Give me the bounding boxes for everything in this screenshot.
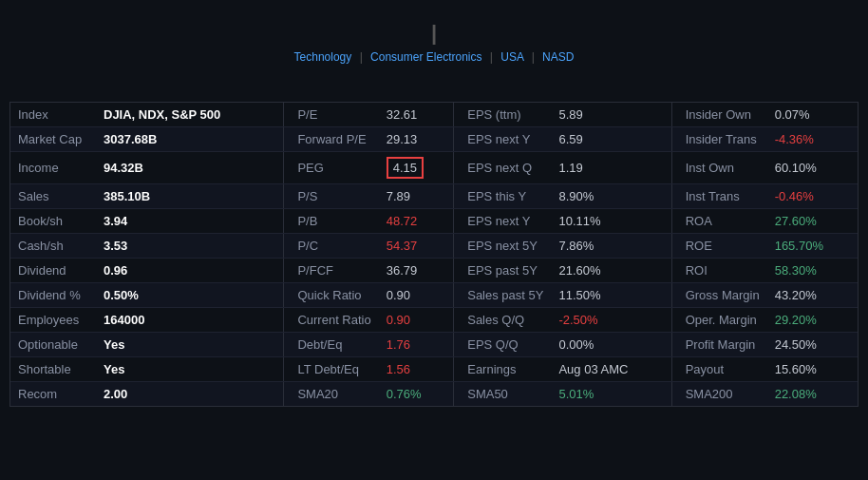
tag-usa[interactable]: USA <box>500 50 523 64</box>
col1-label: Income <box>10 152 96 184</box>
col3-value: 5.01% <box>551 382 671 407</box>
col4-label: ROA <box>671 209 767 234</box>
col3-label: EPS next Q <box>454 152 552 184</box>
col1-value: 0.96 <box>96 259 284 283</box>
col1-value: 0.50% <box>96 283 284 308</box>
col1-value: 2.00 <box>96 382 284 407</box>
table-row: Employees164000Current Ratio0.90Sales Q/… <box>10 308 858 333</box>
col1-value: DJIA, NDX, S&P 500 <box>96 103 284 127</box>
col2-label: Quick Ratio <box>284 283 379 308</box>
col4-label: Gross Margin <box>671 283 767 308</box>
col3-value: 8.90% <box>551 184 671 209</box>
col3-label: SMA50 <box>454 382 552 407</box>
col3-value: 10.11% <box>551 209 671 234</box>
col3-value: Aug 03 AMC <box>551 357 671 382</box>
col4-value: 43.20% <box>767 283 858 308</box>
col2-value: 36.79 <box>379 259 454 283</box>
col3-value: 0.00% <box>551 333 671 357</box>
stock-title: | <box>0 21 868 46</box>
col3-value: 11.50% <box>551 283 671 308</box>
table-row: ShortableYesLT Debt/Eq1.56EarningsAug 03… <box>10 357 858 382</box>
col1-value: 3.53 <box>96 234 284 259</box>
col4-value: -0.46% <box>767 184 858 209</box>
col3-value: 1.19 <box>551 152 671 184</box>
tag-technology[interactable]: Technology <box>294 50 352 64</box>
col3-label: Sales past 5Y <box>454 283 552 308</box>
col1-label: Optionable <box>10 333 96 357</box>
table-row: OptionableYesDebt/Eq1.76EPS Q/Q0.00%Prof… <box>10 333 858 357</box>
col1-label: Index <box>10 103 96 127</box>
col1-value: 94.32B <box>96 152 284 184</box>
col1-label: Recom <box>10 382 96 407</box>
col3-value: 7.86% <box>551 234 671 259</box>
col3-label: EPS next Y <box>454 209 552 234</box>
tag-sep-3: | <box>532 50 538 64</box>
col3-label: EPS this Y <box>454 184 552 209</box>
col1-value: 3037.68B <box>96 127 284 152</box>
col4-label: Inst Trans <box>671 184 767 209</box>
stock-header: | Technology | Consumer Electronics | US… <box>0 0 868 73</box>
col4-label: ROI <box>671 259 767 283</box>
col4-label: Payout <box>671 357 767 382</box>
col3-label: Sales Q/Q <box>454 308 552 333</box>
col4-value: 58.30% <box>767 259 858 283</box>
col2-label: P/S <box>284 184 379 209</box>
col2-label: SMA20 <box>284 382 379 407</box>
table-row: Market Cap3037.68BForward P/E29.13EPS ne… <box>10 127 858 152</box>
col2-value: 48.72 <box>379 209 454 234</box>
col2-value: 0.90 <box>379 308 454 333</box>
col3-label: Earnings <box>454 357 552 382</box>
col2-label: P/B <box>284 209 379 234</box>
col2-label: PEG <box>284 152 379 184</box>
tag-nasd[interactable]: NASD <box>542 50 574 64</box>
col4-value: 60.10% <box>767 152 858 184</box>
col2-value: 1.56 <box>379 357 454 382</box>
col4-value: 24.50% <box>767 333 858 357</box>
col3-label: EPS Q/Q <box>454 333 552 357</box>
col3-label: EPS next 5Y <box>454 234 552 259</box>
col2-value: 29.13 <box>379 127 454 152</box>
table-row: Cash/sh3.53P/C54.37EPS next 5Y7.86%ROE16… <box>10 234 858 259</box>
table-row: Recom2.00SMA200.76%SMA505.01%SMA20022.08… <box>10 382 858 407</box>
table-row: IndexDJIA, NDX, S&P 500P/E32.61EPS (ttm)… <box>10 103 858 127</box>
col4-value: 0.07% <box>767 103 858 127</box>
col3-value: -2.50% <box>551 308 671 333</box>
col1-value: 385.10B <box>96 184 284 209</box>
col4-value: 22.08% <box>767 382 858 407</box>
col4-value: 165.70% <box>767 234 858 259</box>
table-row: Dividend %0.50%Quick Ratio0.90Sales past… <box>10 283 858 308</box>
col2-value: 32.61 <box>379 103 454 127</box>
col1-value: 3.94 <box>96 209 284 234</box>
table-row: Book/sh3.94P/B48.72EPS next Y10.11%ROA27… <box>10 209 858 234</box>
col1-label: Dividend % <box>10 283 96 308</box>
col1-value: Yes <box>96 357 284 382</box>
col2-label: Current Ratio <box>284 308 379 333</box>
col4-label: Profit Margin <box>671 333 767 357</box>
col1-label: Market Cap <box>10 127 96 152</box>
col3-label: EPS next Y <box>454 127 552 152</box>
col2-label: Forward P/E <box>284 127 379 152</box>
tag-sep-1: | <box>360 50 366 64</box>
col4-label: Insider Own <box>671 103 767 127</box>
col2-value: 0.76% <box>379 382 454 407</box>
fundamentals-table: IndexDJIA, NDX, S&P 500P/E32.61EPS (ttm)… <box>10 103 858 406</box>
col2-label: P/FCF <box>284 259 379 283</box>
col1-label: Book/sh <box>10 209 96 234</box>
table-row: Sales385.10BP/S7.89EPS this Y8.90%Inst T… <box>10 184 858 209</box>
col2-label: LT Debt/Eq <box>284 357 379 382</box>
col4-label: Inst Own <box>671 152 767 184</box>
col1-label: Employees <box>10 308 96 333</box>
col2-label: P/C <box>284 234 379 259</box>
tag-consumer-electronics[interactable]: Consumer Electronics <box>370 50 481 64</box>
col4-value: 27.60% <box>767 209 858 234</box>
col2-value: 7.89 <box>379 184 454 209</box>
col3-value: 5.89 <box>551 103 671 127</box>
col1-label: Shortable <box>10 357 96 382</box>
col3-value: 21.60% <box>551 259 671 283</box>
col4-value: -4.36% <box>767 127 858 152</box>
col1-label: Sales <box>10 184 96 209</box>
stock-tags: Technology | Consumer Electronics | USA … <box>0 50 868 64</box>
table-row: Income94.32BPEG4.15EPS next Q1.19Inst Ow… <box>10 152 858 184</box>
col4-value: 15.60% <box>767 357 858 382</box>
col1-value: 164000 <box>96 308 284 333</box>
